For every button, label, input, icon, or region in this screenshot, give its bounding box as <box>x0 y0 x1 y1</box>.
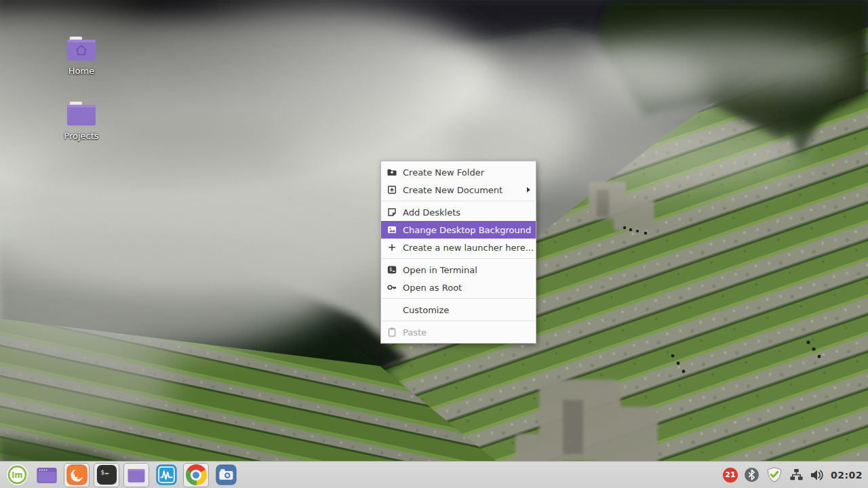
menu-item-label: Create New Folder <box>403 167 530 178</box>
taskbar-app-files[interactable] <box>123 463 149 487</box>
system-monitor-icon <box>156 464 177 485</box>
menu-separator <box>382 298 535 299</box>
svg-text:$: $ <box>389 266 393 272</box>
taskbar-app-screenshot[interactable] <box>213 463 239 487</box>
terminal-icon: $ <box>96 464 117 485</box>
menu-item-label: Open in Terminal <box>403 265 530 275</box>
taskbar-app-terminal[interactable]: $ <box>94 463 119 487</box>
taskbar: lm <box>0 461 868 488</box>
show-desktop-button[interactable] <box>34 463 60 487</box>
folder-icon <box>66 100 97 127</box>
new-document-icon <box>387 184 397 195</box>
svg-text:lm: lm <box>12 470 23 480</box>
menu-item-label: Open as Root <box>403 283 530 293</box>
menu-item-label: Paste <box>403 327 530 338</box>
mint-menu-icon: lm <box>6 464 28 486</box>
system-tray: 21 02:02 <box>723 462 864 488</box>
mint-menu-button[interactable]: lm <box>4 463 30 487</box>
menu-item-open-in-terminal[interactable]: $ Open in Terminal <box>381 261 536 279</box>
menu-item-label: Create New Document <box>403 185 521 195</box>
menu-item-label: Create a new launcher here... <box>403 243 534 253</box>
taskbar-app-system-monitor[interactable] <box>153 463 179 487</box>
plus-icon <box>387 242 397 253</box>
network-icon[interactable] <box>789 468 804 482</box>
desklet-icon <box>387 207 397 218</box>
image-icon <box>387 224 397 235</box>
taskbar-launchers: lm <box>4 462 239 488</box>
menu-item-add-desklets[interactable]: Add Desklets <box>381 203 536 221</box>
menu-item-create-new-launcher[interactable]: Create a new launcher here... <box>381 239 536 256</box>
menu-separator <box>382 321 535 321</box>
menu-item-label: Customize <box>403 305 530 315</box>
menu-item-create-new-folder[interactable]: Create New Folder <box>381 163 536 181</box>
menu-item-label: Change Desktop Background <box>403 225 531 235</box>
show-desktop-icon <box>36 465 58 485</box>
shield-check-icon[interactable] <box>766 466 783 484</box>
desktop-icon-projects[interactable]: Projects <box>49 100 114 141</box>
key-icon <box>387 282 397 293</box>
menu-item-create-new-document[interactable]: Create New Document <box>381 181 536 199</box>
chrome-icon <box>186 464 207 485</box>
desktop[interactable]: Home Projects Create New Folder Create N… <box>0 0 868 488</box>
taskbar-app-firefox[interactable] <box>64 463 90 487</box>
firefox-icon <box>66 464 87 485</box>
menu-separator <box>382 258 535 259</box>
bluetooth-icon[interactable] <box>744 467 760 483</box>
clipboard-icon <box>387 327 397 338</box>
desktop-icon-home[interactable]: Home <box>49 35 114 76</box>
files-icon <box>125 465 147 485</box>
taskbar-app-chrome[interactable] <box>183 463 209 487</box>
submenu-arrow-icon <box>527 187 530 192</box>
menu-item-label: Add Desklets <box>403 207 530 218</box>
screenshot-icon <box>216 464 237 485</box>
update-count: 21 <box>725 470 735 479</box>
svg-text:$: $ <box>100 469 104 476</box>
home-folder-icon <box>66 35 97 62</box>
desktop-context-menu: Create New Folder Create New Document Ad… <box>380 161 536 344</box>
menu-item-change-desktop-background[interactable]: Change Desktop Background <box>381 221 536 239</box>
desktop-icon-label: Projects <box>64 131 98 141</box>
clock[interactable]: 02:02 <box>831 470 864 481</box>
terminal-icon: $ <box>387 264 397 275</box>
menu-item-customize[interactable]: Customize <box>381 301 536 319</box>
menu-item-open-as-root[interactable]: Open as Root <box>381 279 536 296</box>
menu-item-paste[interactable]: Paste <box>381 323 536 341</box>
menu-separator <box>382 201 535 201</box>
new-folder-icon <box>387 167 397 178</box>
volume-icon[interactable] <box>810 468 825 482</box>
update-notification-badge[interactable]: 21 <box>723 468 738 483</box>
desktop-icon-label: Home <box>68 66 94 76</box>
blank-icon-space <box>387 304 397 315</box>
